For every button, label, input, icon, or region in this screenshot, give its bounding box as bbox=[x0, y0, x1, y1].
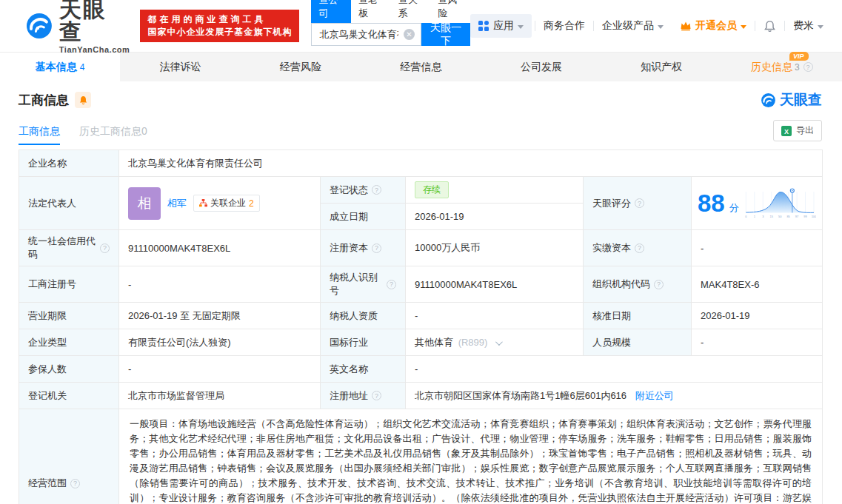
field-label-company-type: 企业类型 bbox=[19, 329, 119, 356]
promo-banner: 都在用的商业查询工具 国家中小企业发展子基金旗下机构 bbox=[140, 10, 299, 42]
field-value-company-name: 北京鸟巢文化体育有限责任公司 bbox=[119, 150, 823, 177]
promo-line-2: 国家中小企业发展子基金旗下机构 bbox=[147, 26, 292, 38]
field-label-staff-size: 人员规模 bbox=[584, 329, 692, 356]
user-menu[interactable]: 费米 bbox=[785, 19, 832, 33]
field-value-registry: 北京市市场监督管理局 bbox=[119, 383, 321, 409]
field-value-company-type: 有限责任公司(法人独资) bbox=[119, 329, 321, 356]
cooperation-menu[interactable]: 商务合作 bbox=[535, 19, 593, 33]
chevron-down-icon[interactable] bbox=[495, 338, 503, 346]
tab-legal[interactable]: 法律诉讼 bbox=[120, 53, 240, 81]
field-value-approve-date: 2026-01-19 bbox=[692, 303, 823, 329]
field-value-uscc: 91110000MAK4T8EX6L bbox=[119, 230, 321, 266]
tab-operation-risk[interactable]: 经营风险 bbox=[241, 53, 361, 81]
export-label: 导出 bbox=[796, 124, 814, 137]
apps-menu[interactable]: 应用 bbox=[470, 14, 532, 38]
notification-button[interactable] bbox=[755, 20, 784, 33]
logo-text: 天眼查 TianYanCha.com bbox=[59, 0, 130, 54]
svg-text:0: 0 bbox=[745, 214, 747, 218]
vip-label: 开通会员 bbox=[695, 19, 737, 33]
vip-menu[interactable]: 开通会员 bbox=[672, 19, 755, 33]
field-label-approve-date: 核准日期 bbox=[584, 303, 692, 329]
help-icon[interactable]: ? bbox=[635, 243, 644, 253]
main-content: 工商信息 天眼查 工商信息 历史工商信息0 X 导出 bbox=[0, 81, 842, 504]
help-icon[interactable]: ? bbox=[372, 391, 381, 400]
excel-icon: X bbox=[781, 126, 792, 136]
search-input-wrap: ✕ bbox=[311, 23, 421, 46]
related-companies-badge[interactable]: 关联企业 2 bbox=[193, 195, 260, 212]
help-icon[interactable]: ? bbox=[372, 243, 381, 253]
company-nav-tabs: 基本信息 4 法律诉讼 经营风险 经营信息 公司发展 知识产权 历史信息 3 ?… bbox=[0, 52, 842, 81]
tab-intellectual-property[interactable]: 知识产权 bbox=[601, 53, 721, 81]
table-row: 经营范围? 一般项目：体育场地设施经营（不含高危险性体育运动）；组织文化艺术交流… bbox=[19, 409, 823, 504]
svg-text:1: 1 bbox=[753, 214, 755, 218]
help-icon[interactable]: ? bbox=[372, 185, 381, 195]
tab-legal-label: 法律诉讼 bbox=[160, 61, 201, 74]
legal-rep-avatar[interactable]: 相 bbox=[128, 187, 161, 220]
help-icon[interactable]: ? bbox=[654, 280, 664, 289]
field-label-paid-capital: 实缴资本? bbox=[584, 230, 692, 266]
export-button[interactable]: X 导出 bbox=[773, 120, 822, 141]
search-tab-boss[interactable]: 查老板 bbox=[351, 0, 391, 23]
field-label-reg-capital: 注册资本? bbox=[321, 230, 406, 266]
svg-text:85: 85 bbox=[786, 214, 790, 218]
related-companies-label: 关联企业 bbox=[210, 197, 246, 209]
help-icon[interactable]: ? bbox=[387, 280, 396, 289]
tab-history-info[interactable]: 历史信息 3 ? VIP bbox=[722, 53, 842, 81]
table-row: 企业类型 有限责任公司(法人独资) 国标行业 其他体育 (R899) 人员规模 … bbox=[19, 329, 823, 356]
tab-company-development[interactable]: 公司发展 bbox=[481, 53, 601, 81]
field-value-legal-rep: 相 相军 关联企业 2 bbox=[119, 177, 321, 230]
field-value-staff-size: - bbox=[692, 329, 823, 356]
tab-operation-info-label: 经营信息 bbox=[400, 61, 441, 74]
enterprise-label: 企业级产品 bbox=[602, 19, 654, 33]
chevron-down-icon bbox=[518, 25, 524, 29]
clear-icon[interactable]: ✕ bbox=[404, 29, 415, 40]
field-label-term: 营业期限 bbox=[19, 303, 119, 329]
subtab-history-business-info[interactable]: 历史工商信息0 bbox=[79, 125, 147, 145]
search-tab-risk[interactable]: 查风险 bbox=[430, 0, 470, 23]
enterprise-menu[interactable]: 企业级产品 bbox=[594, 19, 672, 33]
related-companies-count: 2 bbox=[249, 198, 254, 209]
section-title: 工商信息 bbox=[19, 92, 69, 109]
tianyancha-logo[interactable]: 天眼查 TianYanCha.com bbox=[25, 0, 130, 54]
field-label-score: 天眼评分? bbox=[584, 177, 692, 230]
table-row: 企业名称 北京鸟巢文化体育有限责任公司 bbox=[19, 150, 823, 177]
search-area: 查公司 查老板 查关系 查风险 ✕ 天眼一下 bbox=[311, 6, 470, 46]
table-row: 法定代表人 相 相军 关联企业 2 bbox=[19, 177, 823, 204]
watermark-logo: 天眼查 bbox=[761, 90, 822, 110]
field-label-taxpayer-qual: 纳税人资质 bbox=[321, 303, 406, 329]
tab-history-info-count: 3 bbox=[795, 62, 800, 73]
business-info-table: 企业名称 北京鸟巢文化体育有限责任公司 法定代表人 相 相军 bbox=[19, 149, 823, 504]
top-menu: 应用 商务合作 企业级产品 开通会员 费米 bbox=[470, 14, 832, 38]
subscribe-bell-button[interactable] bbox=[75, 92, 91, 108]
help-icon[interactable]: ? bbox=[635, 198, 644, 208]
subtab-business-info[interactable]: 工商信息 bbox=[19, 125, 60, 145]
field-label-taxpayer-id: 纳税人识别号? bbox=[321, 266, 406, 303]
search-button[interactable]: 天眼一下 bbox=[421, 23, 470, 46]
svg-text:100: 100 bbox=[811, 214, 816, 218]
tab-operation-info[interactable]: 经营信息 bbox=[361, 53, 481, 81]
svg-text:X: X bbox=[784, 127, 789, 135]
top-header: 天眼查 TianYanCha.com 都在用的商业查询工具 国家中小企业发展子基… bbox=[0, 0, 842, 52]
field-value-taxpayer-qual: - bbox=[406, 303, 584, 329]
svg-text:97: 97 bbox=[795, 214, 799, 218]
svg-text:99: 99 bbox=[803, 214, 807, 218]
table-row: 登记机关 北京市市场监督管理局 注册地址? 北京市朝阳区国家体育场南路1号1幢6… bbox=[19, 383, 823, 409]
apps-grid-icon bbox=[478, 21, 490, 32]
field-label-uscc: 统一社会信用代码? bbox=[19, 230, 119, 266]
field-value-reg-status: 存续 bbox=[406, 177, 584, 204]
tab-history-info-label: 历史信息 bbox=[751, 61, 792, 74]
search-tab-relation[interactable]: 查关系 bbox=[391, 0, 431, 23]
watermark-text: 天眼查 bbox=[780, 90, 822, 110]
nearby-companies-link[interactable]: 附近公司 bbox=[635, 390, 674, 401]
field-label-address: 注册地址? bbox=[321, 383, 406, 409]
help-icon[interactable]: ? bbox=[803, 62, 813, 72]
help-icon[interactable]: ? bbox=[100, 243, 110, 253]
table-row: 营业期限 2026-01-19 至 无固定期限 纳税人资质 - 核准日期 202… bbox=[19, 303, 823, 329]
field-label-org-code: 组织机构代码? bbox=[584, 266, 692, 303]
legal-rep-name-link[interactable]: 相军 bbox=[167, 197, 187, 210]
search-tab-company[interactable]: 查公司 bbox=[311, 0, 351, 23]
help-icon[interactable]: ? bbox=[70, 479, 80, 488]
logo-title: 天眼查 bbox=[59, 0, 130, 43]
tab-basic-info[interactable]: 基本信息 4 bbox=[0, 53, 120, 81]
field-label-scope: 经营范围? bbox=[19, 409, 119, 504]
